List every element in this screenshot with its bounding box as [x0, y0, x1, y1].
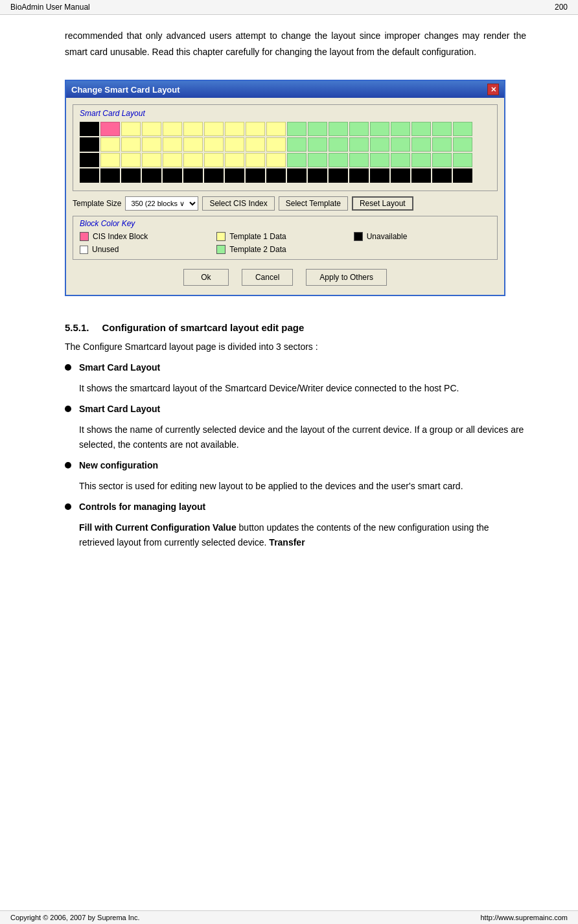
- block-green[interactable]: [432, 122, 452, 136]
- unused-checkbox[interactable]: [80, 246, 88, 254]
- cancel-button[interactable]: Cancel: [242, 269, 293, 286]
- block-yellow[interactable]: [100, 153, 120, 167]
- block-yellow[interactable]: [121, 153, 141, 167]
- block-yellow[interactable]: [225, 153, 244, 167]
- block-green[interactable]: [287, 122, 306, 136]
- block-yellow[interactable]: [163, 137, 182, 152]
- block-green[interactable]: [391, 137, 410, 152]
- block-green[interactable]: [308, 153, 327, 167]
- block-yellow[interactable]: [163, 122, 182, 136]
- bullet-item-3: New configuration: [65, 458, 526, 474]
- block-yellow[interactable]: [142, 137, 161, 152]
- cis-index-swatch: [80, 232, 89, 241]
- block-black[interactable]: [287, 168, 306, 183]
- color-key-template1: Template 1 Data: [216, 232, 353, 241]
- block-green[interactable]: [453, 153, 472, 167]
- block-pink[interactable]: [100, 122, 120, 136]
- block-yellow[interactable]: [142, 122, 161, 136]
- block-black[interactable]: [266, 168, 286, 183]
- block-yellow[interactable]: [204, 153, 224, 167]
- block-black[interactable]: [80, 153, 99, 167]
- block-green[interactable]: [411, 153, 431, 167]
- block-green[interactable]: [453, 122, 472, 136]
- block-yellow[interactable]: [204, 137, 224, 152]
- select-cis-index-button[interactable]: Select CIS Index: [202, 196, 274, 211]
- template-size-select[interactable]: 350 (22 blocks ∨: [125, 196, 198, 211]
- block-green[interactable]: [329, 122, 348, 136]
- block-green[interactable]: [308, 137, 327, 152]
- block-yellow[interactable]: [266, 137, 286, 152]
- block-green[interactable]: [370, 153, 389, 167]
- section-title: Configuration of smartcard layout edit p…: [102, 322, 305, 333]
- block-yellow[interactable]: [266, 122, 286, 136]
- ok-button[interactable]: Ok: [183, 269, 229, 286]
- block-green[interactable]: [349, 122, 369, 136]
- block-yellow[interactable]: [183, 153, 203, 167]
- block-black[interactable]: [183, 168, 203, 183]
- block-yellow[interactable]: [225, 137, 244, 152]
- block-black[interactable]: [204, 168, 224, 183]
- bullet-content-1: Smart Card Layout: [79, 360, 526, 376]
- block-yellow[interactable]: [225, 122, 244, 136]
- grid-row-4: [80, 168, 491, 183]
- dialog-close-button[interactable]: ✕: [487, 84, 499, 95]
- bullet-content-3: New configuration: [79, 458, 526, 474]
- block-green[interactable]: [453, 137, 472, 152]
- grid-row-2: [80, 137, 491, 152]
- reset-layout-button[interactable]: Reset Layout: [352, 196, 413, 211]
- block-yellow[interactable]: [246, 122, 265, 136]
- block-green[interactable]: [349, 137, 369, 152]
- block-yellow[interactable]: [100, 137, 120, 152]
- block-black[interactable]: [100, 168, 120, 183]
- block-black[interactable]: [246, 168, 265, 183]
- block-black[interactable]: [391, 168, 410, 183]
- block-yellow[interactable]: [204, 122, 224, 136]
- block-black[interactable]: [329, 168, 348, 183]
- apply-to-others-button[interactable]: Apply to Others: [306, 269, 387, 286]
- block-green[interactable]: [432, 153, 452, 167]
- block-black[interactable]: [80, 137, 99, 152]
- dialog-title: Change Smart Card Layout: [71, 85, 180, 95]
- block-green[interactable]: [287, 153, 306, 167]
- dialog-titlebar: Change Smart Card Layout ✕: [66, 81, 504, 98]
- block-yellow[interactable]: [183, 122, 203, 136]
- block-green[interactable]: [391, 153, 410, 167]
- block-yellow[interactable]: [121, 122, 141, 136]
- bullet-item-2: Smart Card Layout: [65, 402, 526, 417]
- block-green[interactable]: [349, 153, 369, 167]
- block-black[interactable]: [349, 168, 369, 183]
- block-black[interactable]: [411, 168, 431, 183]
- block-black[interactable]: [432, 168, 452, 183]
- block-green[interactable]: [329, 137, 348, 152]
- block-yellow[interactable]: [183, 137, 203, 152]
- block-black[interactable]: [142, 168, 161, 183]
- block-green[interactable]: [411, 122, 431, 136]
- bullet-label-2: Smart Card Layout: [79, 404, 160, 414]
- block-green[interactable]: [432, 137, 452, 152]
- block-green[interactable]: [329, 153, 348, 167]
- block-black[interactable]: [80, 122, 99, 136]
- block-green[interactable]: [411, 137, 431, 152]
- block-yellow[interactable]: [121, 137, 141, 152]
- block-black[interactable]: [370, 168, 389, 183]
- block-green[interactable]: [370, 137, 389, 152]
- section-heading-row: 5.5.1. Configuration of smartcard layout…: [65, 322, 526, 333]
- block-black[interactable]: [121, 168, 141, 183]
- block-black[interactable]: [225, 168, 244, 183]
- block-green[interactable]: [370, 122, 389, 136]
- block-yellow[interactable]: [266, 153, 286, 167]
- bullet-item-1: Smart Card Layout: [65, 360, 526, 376]
- block-black[interactable]: [163, 168, 182, 183]
- color-key-cis-index: CIS Index Block: [80, 232, 216, 241]
- block-yellow[interactable]: [246, 137, 265, 152]
- block-black[interactable]: [453, 168, 472, 183]
- block-black[interactable]: [80, 168, 99, 183]
- block-yellow[interactable]: [246, 153, 265, 167]
- block-green[interactable]: [287, 137, 306, 152]
- block-yellow[interactable]: [142, 153, 161, 167]
- block-green[interactable]: [308, 122, 327, 136]
- block-black[interactable]: [308, 168, 327, 183]
- select-template-button[interactable]: Select Template: [279, 196, 348, 211]
- block-green[interactable]: [391, 122, 410, 136]
- block-yellow[interactable]: [163, 153, 182, 167]
